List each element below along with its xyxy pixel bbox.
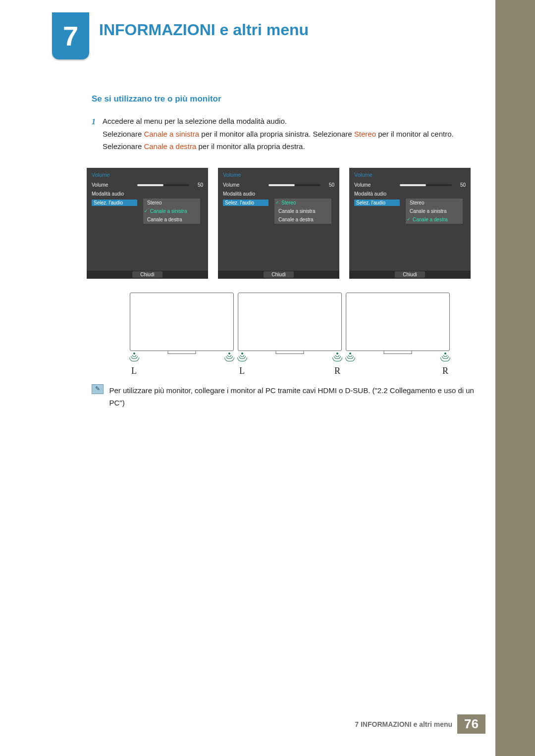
osd-screenshots-row: Volume Volume 50 Modalità audio Selez. l… xyxy=(87,168,483,279)
osd-panel-right: Volume Volume 50 Modalità audio Selez. l… xyxy=(349,168,471,279)
option-left-channel[interactable]: Canale a sinistra xyxy=(406,207,463,215)
note-text: Per utilizzare più monitor, collegare i … xyxy=(109,384,483,409)
osd-volume-value: 50 xyxy=(189,182,203,188)
monitors-diagram: L L R R xyxy=(121,293,458,359)
volume-slider[interactable] xyxy=(137,184,189,186)
osd-volume-label: Volume xyxy=(223,182,268,188)
close-button[interactable]: Chiudi xyxy=(395,271,425,278)
osd-row-volume: Volume 50 xyxy=(354,181,466,190)
close-button[interactable]: Chiudi xyxy=(132,271,162,278)
osd-select-label: Selez. l'audio xyxy=(354,200,400,206)
osd-panel-center: Volume Volume 50 Modalità audio Selez. l… xyxy=(218,168,339,279)
option-stereo[interactable]: Stereo xyxy=(143,199,200,207)
osd-volume-value: 50 xyxy=(321,182,334,188)
emphasis-left-channel: Canale a sinistra xyxy=(144,130,199,138)
speaker-label-l: L xyxy=(131,366,137,376)
step-line-1: Accedere al menu per la selezione della … xyxy=(103,117,287,125)
audio-select-dropdown[interactable]: Stereo Canale a sinistra Canale a destra xyxy=(406,199,463,224)
speaker-icon xyxy=(344,353,356,364)
page-footer: 7 INFORMAZIONI e altri menu 76 xyxy=(355,714,485,734)
audio-select-dropdown[interactable]: Stereo Canale a sinistra Canale a destra xyxy=(274,199,331,224)
osd-title: Volume xyxy=(354,172,466,178)
footer-chapter-label: 7 INFORMAZIONI e altri menu xyxy=(355,720,452,728)
option-left-channel[interactable]: Canale a sinistra xyxy=(143,207,200,215)
osd-title: Volume xyxy=(92,172,203,178)
osd-row-volume: Volume 50 xyxy=(223,181,334,190)
note-block: ✎ Per utilizzare più monitor, collegare … xyxy=(92,384,483,409)
page-content: Se si utilizzano tre o più monitor 1 Acc… xyxy=(92,94,483,409)
step-text: Accedere al menu per la selezione della … xyxy=(103,115,483,153)
option-stereo[interactable]: Stereo xyxy=(406,199,463,207)
volume-slider[interactable] xyxy=(268,184,321,186)
option-right-channel[interactable]: Canale a destra xyxy=(406,215,463,224)
osd-footer: Chiudi xyxy=(87,271,208,279)
speaker-icon xyxy=(439,353,451,364)
option-right-channel[interactable]: Canale a destra xyxy=(143,215,200,224)
speaker-label-l: L xyxy=(239,366,245,376)
osd-volume-label: Volume xyxy=(92,182,137,188)
osd-mode-label: Modalità audio xyxy=(354,191,400,197)
osd-volume-label: Volume xyxy=(354,182,400,188)
osd-footer: Chiudi xyxy=(218,271,339,279)
page-number: 76 xyxy=(457,714,485,734)
option-left-channel[interactable]: Canale a sinistra xyxy=(274,207,331,215)
osd-panel-left: Volume Volume 50 Modalità audio Selez. l… xyxy=(87,168,208,279)
emphasis-stereo: Stereo xyxy=(354,130,376,138)
speaker-icon xyxy=(223,353,235,364)
option-stereo[interactable]: Stereo xyxy=(274,199,331,207)
volume-slider[interactable] xyxy=(400,184,452,186)
option-right-channel[interactable]: Canale a destra xyxy=(274,215,331,224)
osd-row-mode: Modalità audio xyxy=(92,190,203,199)
close-button[interactable]: Chiudi xyxy=(264,271,293,278)
speaker-icon xyxy=(331,353,343,364)
osd-footer: Chiudi xyxy=(349,271,471,279)
step-line-2b: per il monitor alla propria sinistra. Se… xyxy=(199,130,354,138)
monitor-right: R xyxy=(346,293,450,351)
audio-select-dropdown[interactable]: Stereo Canale a sinistra Canale a destra xyxy=(143,199,200,224)
chapter-title: INFORMAZIONI e altri menu xyxy=(99,21,309,39)
osd-select-label: Selez. l'audio xyxy=(223,200,268,206)
osd-row-volume: Volume 50 xyxy=(92,181,203,190)
speaker-icon xyxy=(236,353,248,364)
page-margin-column xyxy=(495,0,535,756)
osd-title: Volume xyxy=(223,172,334,178)
note-icon: ✎ xyxy=(92,384,104,394)
step-line-2a: Selezionare xyxy=(103,130,144,138)
emphasis-right-channel: Canale a destra xyxy=(144,142,196,151)
osd-mode-label: Modalità audio xyxy=(92,191,137,197)
monitor-center: L R xyxy=(238,293,342,351)
speaker-label-r: R xyxy=(334,366,340,376)
osd-row-mode: Modalità audio xyxy=(223,190,334,199)
step-1: 1 Accedere al menu per la selezione dell… xyxy=(92,115,483,153)
speaker-label-r: R xyxy=(442,366,448,376)
step-line-2d: per il monitor alla propria destra. xyxy=(196,142,305,151)
chapter-number-badge: 7 xyxy=(52,12,89,59)
osd-row-mode: Modalità audio xyxy=(354,190,466,199)
monitor-left: L xyxy=(130,293,234,351)
section-heading: Se si utilizzano tre o più monitor xyxy=(92,94,483,104)
step-number: 1 xyxy=(92,115,96,153)
speaker-icon xyxy=(128,353,140,364)
osd-select-label: Selez. l'audio xyxy=(92,200,137,206)
osd-mode-label: Modalità audio xyxy=(223,191,268,197)
osd-volume-value: 50 xyxy=(452,182,466,188)
